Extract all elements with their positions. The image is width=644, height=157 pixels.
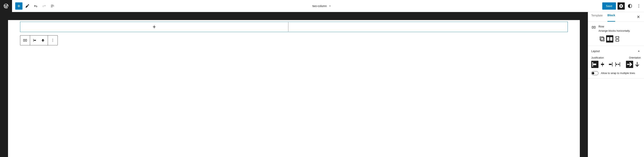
justify-space-between-icon xyxy=(614,61,621,68)
justify-left-icon xyxy=(32,38,37,43)
align-button[interactable] xyxy=(39,36,47,44)
justify-space-between-button[interactable] xyxy=(614,61,621,68)
document-overview-button[interactable] xyxy=(49,2,56,10)
svg-rect-20 xyxy=(592,62,593,66)
svg-rect-24 xyxy=(612,62,612,66)
plus-icon xyxy=(152,24,157,29)
toolbar-left xyxy=(15,2,56,10)
block-variants xyxy=(598,35,641,42)
justification-label: Justification xyxy=(591,56,604,59)
svg-rect-15 xyxy=(601,38,604,41)
variant-stack-button[interactable] xyxy=(614,35,621,42)
layout-panel-header[interactable]: Layout xyxy=(591,49,641,53)
arrow-right-icon xyxy=(626,61,633,68)
orientation-buttons xyxy=(626,61,641,68)
variant-row-button[interactable] xyxy=(606,35,613,42)
editor-canvas[interactable] xyxy=(8,20,580,157)
sidebar-tabs: Template Block xyxy=(588,12,644,22)
wrap-toggle[interactable] xyxy=(591,71,598,75)
justify-center-button[interactable] xyxy=(599,61,606,68)
document-title-text: two-column xyxy=(312,4,327,8)
wrap-toggle-row: Allow to wrap to multiple lines xyxy=(591,71,641,75)
tools-button[interactable] xyxy=(24,2,31,10)
redo-button[interactable] xyxy=(40,2,48,10)
redo-icon xyxy=(42,4,46,8)
svg-rect-26 xyxy=(615,62,616,66)
orientation-vertical-button[interactable] xyxy=(634,61,641,68)
svg-rect-16 xyxy=(607,37,609,40)
row-icon xyxy=(606,35,613,42)
orientation-horizontal-button[interactable] xyxy=(626,61,633,68)
svg-rect-17 xyxy=(610,37,612,40)
settings-sidebar: Template Block Row Arrange blocks horizo… xyxy=(588,12,644,157)
variant-group-button[interactable] xyxy=(598,35,606,42)
more-options-button[interactable] xyxy=(49,36,57,44)
justify-left-button[interactable] xyxy=(591,61,598,68)
svg-rect-23 xyxy=(601,64,604,65)
group-icon xyxy=(598,35,606,42)
kebab-icon xyxy=(636,4,641,8)
svg-rect-3 xyxy=(24,39,25,41)
tab-template[interactable]: Template xyxy=(591,12,603,22)
contrast-icon xyxy=(628,4,632,8)
gear-icon xyxy=(619,4,624,8)
justify-right-icon xyxy=(606,61,614,68)
chevron-down-icon xyxy=(328,4,332,8)
svg-rect-5 xyxy=(33,39,34,42)
svg-rect-13 xyxy=(594,26,595,28)
row-icon xyxy=(23,38,28,43)
svg-rect-18 xyxy=(616,36,619,38)
list-icon xyxy=(50,4,55,8)
svg-rect-4 xyxy=(26,39,27,41)
svg-rect-28 xyxy=(616,64,617,65)
kebab-icon xyxy=(50,38,55,43)
layout-panel: Layout Justification Orientation xyxy=(588,46,644,78)
chevron-up-icon xyxy=(637,49,641,53)
svg-point-9 xyxy=(52,39,53,40)
editor-canvas-area xyxy=(0,12,588,157)
row-column-1[interactable] xyxy=(20,22,288,32)
plus-icon xyxy=(16,4,21,8)
svg-point-11 xyxy=(52,41,53,42)
close-icon xyxy=(636,15,640,19)
add-block-button[interactable] xyxy=(15,2,22,10)
svg-rect-8 xyxy=(42,39,44,42)
row-block[interactable] xyxy=(20,22,568,32)
stack-icon xyxy=(614,35,621,42)
pencil-icon xyxy=(25,4,30,8)
block-name: Row xyxy=(598,25,641,28)
justify-button[interactable] xyxy=(31,36,39,44)
svg-rect-29 xyxy=(618,64,619,65)
save-button[interactable]: Save xyxy=(602,2,616,10)
wordpress-logo[interactable] xyxy=(0,0,12,12)
svg-rect-12 xyxy=(592,26,593,28)
tab-block[interactable]: Block xyxy=(608,12,615,22)
svg-rect-14 xyxy=(600,37,604,40)
options-button[interactable] xyxy=(635,2,642,10)
block-description: Arrange blocks horizontally. xyxy=(598,29,641,33)
styles-button[interactable] xyxy=(626,2,634,10)
document-title[interactable]: two-column xyxy=(312,4,332,8)
svg-rect-25 xyxy=(609,64,612,65)
justify-left-icon xyxy=(591,61,598,68)
close-sidebar-button[interactable] xyxy=(636,14,641,19)
align-center-icon xyxy=(40,38,45,43)
wrap-toggle-label: Allow to wrap to multiple lines xyxy=(601,72,635,74)
top-toolbar: two-column Save xyxy=(0,0,644,12)
arrow-down-icon xyxy=(634,61,641,68)
layout-panel-title: Layout xyxy=(591,50,600,53)
undo-icon xyxy=(33,4,38,8)
block-toolbar xyxy=(20,35,58,45)
svg-rect-27 xyxy=(620,62,620,66)
settings-button[interactable] xyxy=(618,2,625,10)
svg-point-0 xyxy=(638,4,639,5)
row-column-2[interactable] xyxy=(288,22,568,32)
svg-point-1 xyxy=(638,6,639,6)
svg-point-10 xyxy=(52,40,53,41)
svg-rect-19 xyxy=(616,40,619,41)
undo-button[interactable] xyxy=(32,2,39,10)
svg-rect-6 xyxy=(34,40,36,41)
block-type-button[interactable] xyxy=(21,36,29,44)
justify-right-button[interactable] xyxy=(606,61,614,68)
block-info-section: Row Arrange blocks horizontally. xyxy=(588,22,644,46)
